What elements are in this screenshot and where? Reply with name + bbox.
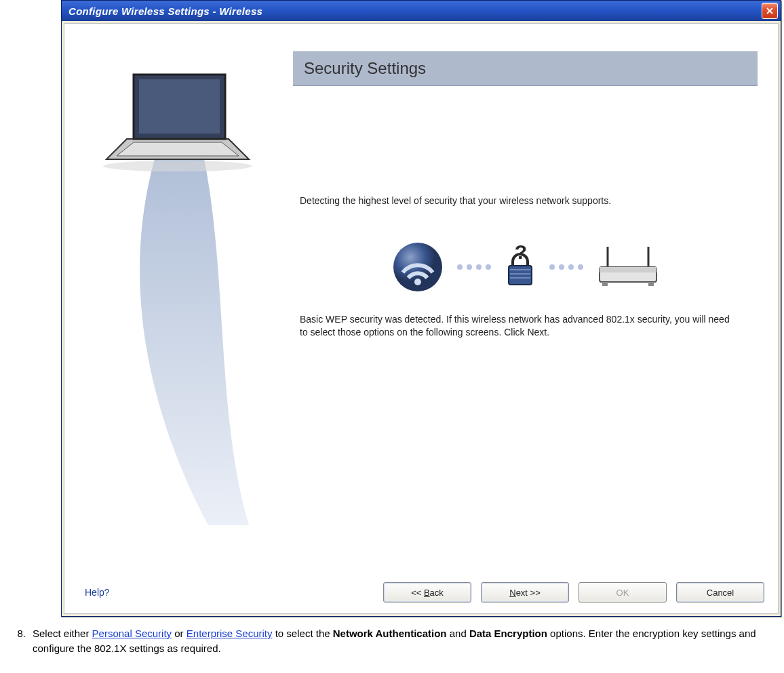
dots-left [457, 264, 491, 270]
svg-marker-3 [117, 142, 239, 156]
banner: Security Settings [293, 51, 758, 86]
network-auth-bold: Network Authentication [333, 628, 447, 639]
cancel-button[interactable]: Cancel [676, 582, 764, 603]
titlebar: Configure Wireless Settings - Wireless [62, 1, 781, 21]
instr-mid3: and [447, 628, 469, 639]
page-heading: Security Settings [304, 59, 426, 78]
step-text: Select either Personal Security or Enter… [33, 626, 781, 656]
ok-button: OK [579, 582, 667, 603]
svg-rect-19 [648, 282, 654, 286]
router-icon [595, 243, 661, 291]
help-link[interactable]: Help? [85, 587, 374, 598]
wifi-orb-icon [391, 240, 445, 294]
data-encryption-bold: Data Encryption [469, 628, 547, 639]
close-icon [766, 7, 774, 15]
svg-point-8 [414, 279, 421, 285]
instr-mid2: to select the [273, 628, 333, 639]
close-button[interactable] [762, 3, 778, 19]
personal-security-link[interactable]: Personal Security [92, 628, 172, 639]
dialog-body: Security Settings Detecting the highest … [64, 23, 779, 614]
svg-marker-5 [139, 79, 220, 134]
step-number: 8. [8, 626, 26, 641]
detecting-text: Detecting the highest level of security … [300, 195, 737, 207]
instr-prefix: Select either [33, 628, 92, 639]
svg-rect-10 [509, 266, 532, 285]
svg-point-6 [103, 161, 252, 171]
next-button[interactable]: Next >> [481, 582, 569, 603]
svg-rect-17 [600, 267, 656, 272]
dots-right [549, 264, 583, 270]
svg-rect-18 [602, 282, 608, 286]
instruction-step-8: 8. Select either Personal Security or En… [8, 626, 781, 656]
wizard-footer: Help? << Back Next >> OK Cancel [64, 582, 778, 613]
wireless-settings-dialog: Configure Wireless Settings - Wireless [61, 0, 781, 617]
lock-question-icon: ? [503, 243, 537, 291]
enterprise-security-link[interactable]: Enterprise Security [187, 628, 273, 639]
wizard-laptop-graphic [73, 44, 293, 532]
window-title: Configure Wireless Settings - Wireless [68, 5, 762, 17]
svg-text:?: ? [514, 243, 526, 263]
detection-graphic: ? [293, 240, 758, 294]
result-text: Basic WEP security was detected. If this… [300, 313, 737, 339]
instr-mid1: or [172, 628, 187, 639]
back-button[interactable]: << Back [383, 582, 471, 603]
wizard-content: Security Settings Detecting the highest … [293, 44, 758, 339]
